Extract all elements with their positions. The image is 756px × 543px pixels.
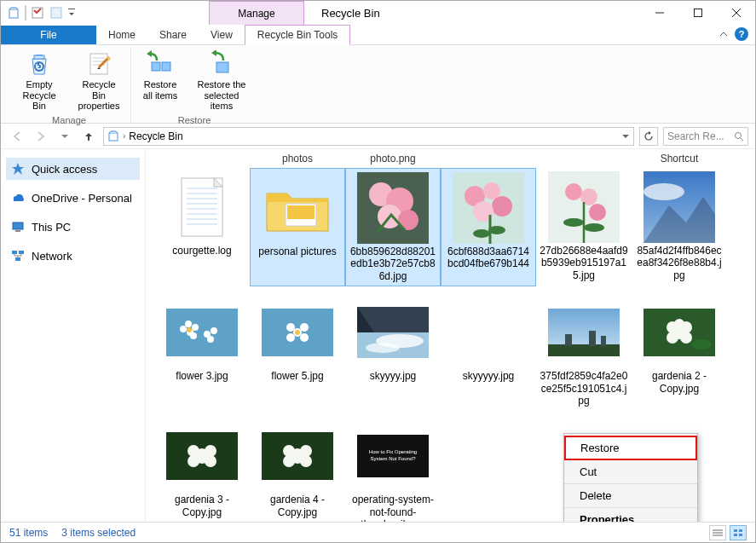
col-6[interactable]: Shortcut <box>632 153 727 165</box>
empty-recycle-bin-button[interactable]: Empty Recycle Bin <box>13 49 66 113</box>
sidebar-label: Network <box>32 250 72 263</box>
col-5[interactable] <box>536 153 632 165</box>
text-file-icon <box>166 171 238 243</box>
up-button[interactable] <box>79 127 98 146</box>
address-dropdown-icon[interactable] <box>621 132 630 141</box>
menu-item-restore[interactable]: Restore <box>564 436 697 460</box>
ribbon: Empty Recycle Bin Recycle Bin properties… <box>1 45 755 124</box>
restore-selected-button[interactable]: Restore the selected items <box>191 49 252 113</box>
contextual-tab-manage[interactable]: Manage <box>209 1 304 25</box>
file-item[interactable]: skyyyyy.jpg <box>441 293 536 410</box>
recent-locations-button[interactable] <box>55 127 74 146</box>
file-item[interactable]: 6cbf688d3aa6714bcd04fbe679b144 <box>441 168 536 286</box>
search-box[interactable]: Search Re... <box>663 127 748 146</box>
photo-thumbnail <box>643 171 715 243</box>
recycle-bin-empty-icon <box>26 50 53 78</box>
file-name: gardenia 2 - Copy.jpg <box>635 370 724 395</box>
tab-share[interactable]: Share <box>147 26 199 44</box>
tab-home[interactable]: Home <box>96 26 147 44</box>
forward-button[interactable] <box>32 127 50 146</box>
svg-text:System Not Found?: System Not Found? <box>370 456 416 461</box>
svg-rect-16 <box>216 62 228 72</box>
svg-point-70 <box>286 333 295 342</box>
onedrive-icon <box>11 191 25 205</box>
file-item[interactable]: personal pictures <box>250 168 345 286</box>
col-1[interactable] <box>154 153 250 165</box>
svg-point-60 <box>192 324 199 331</box>
tab-file[interactable]: File <box>1 26 96 44</box>
file-item[interactable]: 85af4d2f4ffb846ecea8f3426f8e88b4.jpg <box>632 168 727 286</box>
svg-rect-22 <box>12 251 17 254</box>
restore-all-icon <box>147 50 174 78</box>
file-item[interactable]: flower 5.jpg <box>250 293 345 410</box>
refresh-button[interactable] <box>639 127 658 146</box>
file-name: skyyyy.jpg <box>370 370 416 382</box>
minimize-button[interactable] <box>640 1 678 25</box>
sidebar-label: This PC <box>32 221 71 234</box>
recycle-bin-properties-button[interactable]: Recycle Bin properties <box>72 49 125 113</box>
quick-access-toolbar <box>1 5 81 20</box>
file-item[interactable]: gardenia 4 - Copy.jpg <box>250 417 345 522</box>
file-item[interactable]: gardenia 2 - Copy.jpg <box>632 293 727 410</box>
close-button[interactable] <box>717 1 755 25</box>
svg-point-58 <box>180 326 187 332</box>
recycle-bin-properties-label: Recycle Bin properties <box>74 79 124 112</box>
ribbon-collapse[interactable]: ? <box>713 24 755 44</box>
file-item[interactable]: 375fdf2859c4fa2e0ce25f5c191051c4.jpg <box>536 293 632 410</box>
sidebar-item-quick-access[interactable]: Quick access <box>6 158 140 180</box>
tab-view[interactable]: View <box>199 26 245 44</box>
photo-thumbnail <box>357 297 429 368</box>
help-icon[interactable]: ? <box>735 27 748 41</box>
svg-rect-56 <box>166 309 238 356</box>
svg-point-100 <box>283 455 295 467</box>
file-item[interactable]: gardenia 3 - Copy.jpg <box>154 417 250 522</box>
window-controls <box>640 1 755 25</box>
menu-item-cut[interactable]: Cut <box>564 460 697 484</box>
photo-thumbnail <box>548 297 620 368</box>
qat-dropdown-icon[interactable] <box>67 5 76 20</box>
file-item[interactable]: 6bb859628d88201edb1e3b72e57cb86d.jpg <box>345 168 441 286</box>
this-pc-icon <box>11 220 25 234</box>
col-4[interactable] <box>441 153 536 165</box>
photo-thumbnail <box>262 297 333 368</box>
qat-more-icon[interactable] <box>49 5 64 20</box>
file-item[interactable]: courgette.log <box>154 168 250 286</box>
file-item[interactable]: skyyyy.jpg <box>345 293 441 410</box>
file-item[interactable]: flower 3.jpg <box>154 293 250 410</box>
menu-item-delete[interactable]: Delete <box>564 484 697 508</box>
menu-label: Delete <box>580 489 612 502</box>
svg-rect-24 <box>15 257 20 261</box>
svg-point-51 <box>589 204 606 221</box>
file-item[interactable]: How to Fix OperatingSystem Not Found? op… <box>345 417 441 522</box>
col-2[interactable]: photos <box>250 153 345 165</box>
restore-all-button[interactable]: Restore all items <box>136 49 184 113</box>
sidebar-item-this-pc[interactable]: This PC <box>6 216 140 238</box>
sidebar-item-onedrive[interactable]: OneDrive - Personal <box>6 187 140 209</box>
svg-rect-80 <box>589 331 596 346</box>
properties-qat-icon[interactable] <box>30 5 45 20</box>
tab-recycle-bin-tools[interactable]: Recycle Bin Tools <box>245 25 351 45</box>
file-name: 85af4d2f4ffb846ecea8f3426f8e88b4.jpg <box>635 245 724 281</box>
address-bar[interactable]: › Recycle Bin <box>103 127 634 146</box>
svg-point-68 <box>286 323 295 332</box>
svg-point-93 <box>205 445 216 457</box>
col-3[interactable]: photo.png <box>345 153 441 165</box>
svg-point-94 <box>188 455 199 467</box>
address-row: › Recycle Bin Search Re... <box>1 124 755 149</box>
details-view-button[interactable] <box>709 525 726 540</box>
svg-point-55 <box>643 183 684 200</box>
svg-point-76 <box>366 343 400 353</box>
file-item[interactable]: 27db26688e4aafd9b5939eb915197a15.jpg <box>536 168 632 286</box>
file-name: courgette.log <box>172 245 231 257</box>
sidebar-item-network[interactable]: Network <box>6 245 140 267</box>
back-button[interactable] <box>8 127 26 146</box>
svg-point-101 <box>300 455 312 467</box>
svg-rect-20 <box>13 222 23 229</box>
thumbnails-view-button[interactable] <box>730 525 747 540</box>
svg-rect-23 <box>19 251 24 254</box>
menu-item-properties[interactable]: Properties <box>564 508 697 522</box>
svg-point-44 <box>492 196 512 217</box>
svg-rect-17 <box>109 133 118 141</box>
maximize-button[interactable] <box>678 1 717 25</box>
svg-point-61 <box>190 332 197 339</box>
